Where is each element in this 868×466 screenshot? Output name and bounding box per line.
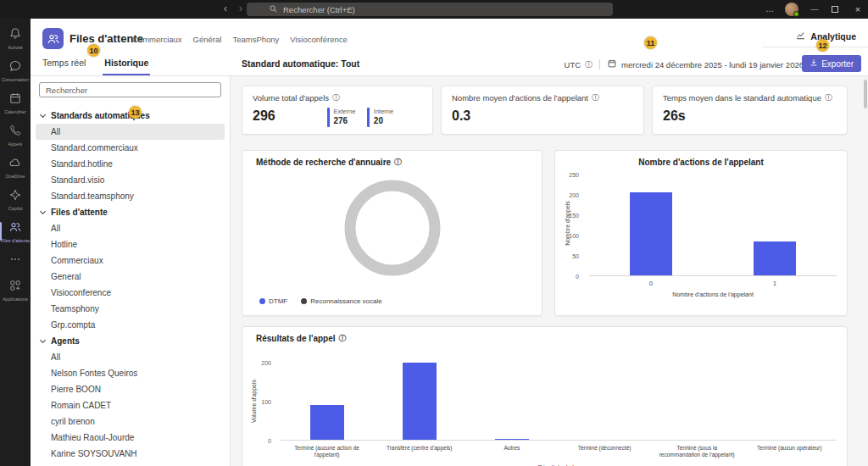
apps-icon xyxy=(8,279,22,296)
rail-item-more[interactable] xyxy=(0,248,31,275)
kpi-title: Temps moyen dans le standard automatique… xyxy=(663,93,832,103)
search-placeholder: Rechercher (Ctrl+E) xyxy=(283,5,355,14)
rail-item-label: Files d'attente xyxy=(1,238,30,243)
chart-title-text: Méthode de recherche d'annuaire xyxy=(256,158,391,167)
rail-item-apps[interactable]: Applications xyxy=(0,275,31,307)
legend-dot-icon xyxy=(301,298,307,304)
tree-item[interactable]: Teamsphony xyxy=(36,301,225,317)
x-axis-title: Nombre d'actions de l'appelant xyxy=(589,291,837,297)
y-axis: 0100200 xyxy=(249,363,276,441)
analytics-menu[interactable]: Analytique xyxy=(763,25,868,47)
legend-item[interactable]: Reconnaissance vocale xyxy=(301,297,382,305)
tree-item[interactable]: All xyxy=(36,220,225,236)
x-category-label: Terminé (aucun opérateur) xyxy=(743,445,836,452)
rail-item-onedrive[interactable]: OneDrive xyxy=(0,152,31,184)
tree-item[interactable]: Standard.hotline xyxy=(36,156,225,172)
divider xyxy=(599,59,600,69)
info-icon[interactable]: ⓘ xyxy=(332,94,340,102)
chevron-down-icon xyxy=(40,208,46,214)
tree-item[interactable]: Grp.compta xyxy=(36,317,225,333)
forward-icon[interactable]: › xyxy=(234,0,248,19)
x-axis-labels: 01 xyxy=(589,280,837,288)
export-button[interactable]: Exporter xyxy=(802,55,861,72)
y-tick-label: 100 xyxy=(569,233,579,239)
info-icon[interactable]: ⓘ xyxy=(394,158,402,166)
teams-window: ‹ › Rechercher (Ctrl+E) … — × ActivitéCo… xyxy=(0,0,868,466)
tree-item[interactable]: Karine SOYSOUVANH xyxy=(36,446,225,462)
chevron-down-icon xyxy=(40,111,46,117)
workspace-tab-2[interactable]: TeamsPhony xyxy=(232,35,279,44)
date-range[interactable]: mercredi 24 décembre 2025 - lundi 19 jan… xyxy=(621,60,804,69)
scrollbar-thumb[interactable] xyxy=(864,80,867,108)
info-icon[interactable]: ⓘ xyxy=(585,61,593,69)
caller-actions-card: Nombre d'actions de l'appelant Nombre d'… xyxy=(554,150,848,316)
tree-item[interactable]: All xyxy=(36,349,225,365)
phone-icon xyxy=(8,124,22,141)
tree-item[interactable]: General xyxy=(36,269,225,285)
kpi-value: 296 xyxy=(253,108,275,124)
workspace-tab-1[interactable]: Général xyxy=(193,35,222,44)
tree-item[interactable]: Mathieu Raoul-Jourde xyxy=(36,430,225,446)
tree-item[interactable]: Standard.teamsphony xyxy=(36,188,225,204)
view-tab-0[interactable]: Temps réel xyxy=(41,53,87,75)
tree-item[interactable]: Pierre BOON xyxy=(36,381,225,397)
maximize-icon[interactable] xyxy=(832,6,838,13)
kpi-avg-actions-card: Nombre moyen d'actions de l'appelantⓘ 0.… xyxy=(441,86,644,135)
info-icon[interactable]: ⓘ xyxy=(339,335,347,342)
tree-item[interactable]: Nelson Fontes Queiros xyxy=(36,365,225,381)
kpi-total-calls-card: Volume total d'appelsⓘ 296 Externe276 In… xyxy=(242,86,433,135)
chat-icon xyxy=(8,59,22,76)
workspace-tab-0[interactable]: Commerciaux xyxy=(132,35,182,44)
donut-chart xyxy=(342,177,443,279)
rail-item-chat[interactable]: Conversation xyxy=(0,55,31,87)
legend-item[interactable]: DTMF xyxy=(259,297,287,305)
rail-item-queues[interactable]: Files d'attente xyxy=(0,216,31,248)
tree-item[interactable]: Stephane JOURDAN xyxy=(36,462,225,466)
tree-group-2[interactable]: Agents xyxy=(31,333,230,349)
donut-legend: DTMFReconnaissance vocale xyxy=(259,297,382,305)
rail-item-calls[interactable]: Appels xyxy=(0,119,31,152)
sidebar-search-input[interactable] xyxy=(46,86,214,95)
rail-item-activity[interactable]: Activité xyxy=(0,23,31,55)
tree-item[interactable]: Standard.commerciaux xyxy=(36,140,225,156)
tree-item[interactable]: Standard.visio xyxy=(36,172,225,188)
view-tab-1[interactable]: Historique xyxy=(103,53,150,75)
step-badge-11: 11 xyxy=(644,36,657,49)
tree-group-label: Agents xyxy=(51,336,80,346)
global-search[interactable]: Rechercher (Ctrl+E) xyxy=(247,3,613,16)
tree-item[interactable]: cyril brenon xyxy=(36,413,225,430)
bar-0 xyxy=(310,405,344,440)
sidebar-search[interactable] xyxy=(39,82,221,97)
kpi-title: Nombre moyen d'actions de l'appelantⓘ xyxy=(452,93,599,103)
rail-item-copilot[interactable]: Copilot xyxy=(0,184,31,216)
tree-item[interactable]: Visioconference xyxy=(36,285,225,301)
rail-item-label: Copilot xyxy=(8,206,22,211)
tree-item[interactable]: Commerciaux xyxy=(36,252,225,269)
tree-group-1[interactable]: Files d'attente xyxy=(31,204,230,220)
bar-1 xyxy=(754,241,796,275)
bar-plot xyxy=(281,363,836,441)
tree-item[interactable]: Romain CADET xyxy=(36,397,225,413)
minimize-icon[interactable]: — xyxy=(807,0,822,19)
close-icon[interactable]: × xyxy=(850,0,865,19)
filter-panel: Standards automatiquesAllStandard.commer… xyxy=(31,76,231,466)
rail-item-calendar[interactable]: Calendrier xyxy=(0,87,31,119)
cloud-icon xyxy=(8,156,22,173)
queues-app-icon xyxy=(42,28,64,49)
kpi-title-text: Nombre moyen d'actions de l'appelant xyxy=(452,93,588,103)
calendar-icon xyxy=(8,92,22,108)
tree-item[interactable]: All xyxy=(36,124,225,140)
breakdown-label: Externe xyxy=(334,108,356,115)
rail-item-label: Activité xyxy=(8,45,23,50)
info-icon[interactable]: ⓘ xyxy=(592,94,599,102)
queues-icon xyxy=(8,220,22,237)
breakdown-bar-icon xyxy=(367,108,370,127)
tree-item[interactable]: Hotline xyxy=(36,236,225,252)
bar-0 xyxy=(630,192,672,275)
kpi-breakdown-interne: Interne20 xyxy=(367,108,393,127)
workspace-tab-3[interactable]: Visioconférence xyxy=(290,35,347,44)
more-options-icon[interactable]: … xyxy=(762,0,777,19)
info-icon[interactable]: ⓘ xyxy=(825,94,832,102)
back-icon[interactable]: ‹ xyxy=(219,0,232,19)
utc-label[interactable]: UTC xyxy=(565,60,581,69)
